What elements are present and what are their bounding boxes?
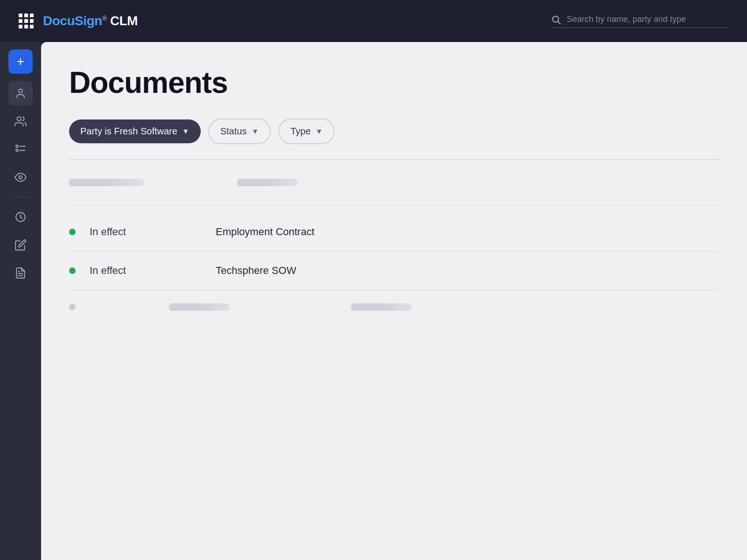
party-filter-chevron: ▼ <box>182 127 190 136</box>
type-filter[interactable]: Type ▼ <box>278 119 335 144</box>
sidebar-item-eye[interactable] <box>8 165 33 189</box>
skeleton-status-2 <box>169 303 230 311</box>
person-icon <box>15 88 26 99</box>
svg-point-3 <box>17 117 21 121</box>
clock-icon <box>14 211 27 223</box>
mid-divider <box>69 205 719 206</box>
svg-rect-4 <box>16 145 18 147</box>
eye-icon <box>14 171 27 183</box>
sidebar-item-edit[interactable] <box>8 233 33 257</box>
status-dot-2 <box>69 267 76 274</box>
status-filter-label: Status <box>220 126 247 137</box>
sidebar-item-documents[interactable] <box>8 261 33 285</box>
doc-row-2[interactable]: In effect Techsphere SOW <box>69 252 719 290</box>
skeleton-type-2 <box>351 303 412 311</box>
sidebar-item-person[interactable] <box>8 81 33 105</box>
grid-menu-icon[interactable] <box>19 14 34 28</box>
party-filter[interactable]: Party is Fresh Software ▼ <box>69 119 201 143</box>
sidebar-item-list[interactable] <box>8 137 33 161</box>
navbar: DocuSign® CLM <box>0 0 747 42</box>
brand-logo: DocuSign® CLM <box>43 14 138 28</box>
top-divider <box>69 159 719 160</box>
doc-row-1[interactable]: In effect Employment Contract <box>69 213 719 252</box>
skeleton-row-2 <box>69 290 719 324</box>
list-icon <box>14 143 27 155</box>
search-input[interactable] <box>567 14 726 24</box>
svg-line-1 <box>558 21 560 24</box>
status-filter-chevron: ▼ <box>251 127 259 136</box>
skeleton-status-1 <box>69 179 144 186</box>
sidebar: + <box>0 42 41 560</box>
skeleton-row-1 <box>69 168 719 197</box>
add-button[interactable]: + <box>8 49 33 74</box>
type-filter-chevron: ▼ <box>316 127 323 136</box>
svg-point-8 <box>19 176 22 179</box>
document-stack-icon <box>14 267 27 279</box>
edit-icon <box>14 239 27 251</box>
navbar-left: DocuSign® CLM <box>19 14 138 28</box>
svg-rect-6 <box>16 149 18 151</box>
search-area <box>551 14 728 28</box>
doc-type-1: Employment Contract <box>216 226 315 238</box>
skeleton-type-1 <box>237 179 298 186</box>
status-dot-1 <box>69 229 76 235</box>
sidebar-divider <box>11 197 30 197</box>
type-filter-label: Type <box>290 126 310 137</box>
sidebar-item-clock[interactable] <box>8 205 33 229</box>
main-content: Documents Party is Fresh Software ▼ Stat… <box>41 42 747 560</box>
brand-name: DocuSign® CLM <box>43 14 138 28</box>
doc-status-1: In effect <box>90 226 164 238</box>
page-title: Documents <box>69 65 719 100</box>
filter-bar: Party is Fresh Software ▼ Status ▼ Type … <box>69 119 719 144</box>
plus-icon: + <box>17 55 24 68</box>
main-wrapper: + <box>0 42 747 560</box>
svg-point-2 <box>19 89 22 93</box>
brand-docusign: DocuSign <box>43 14 102 28</box>
skeleton-dot <box>69 304 76 310</box>
sidebar-item-team[interactable] <box>8 109 33 133</box>
doc-status-2: In effect <box>90 265 164 277</box>
team-icon <box>14 115 27 127</box>
party-filter-label: Party is Fresh Software <box>80 126 177 137</box>
search-icon <box>551 14 561 25</box>
status-filter[interactable]: Status ▼ <box>208 119 271 144</box>
doc-type-2: Techsphere SOW <box>216 265 296 277</box>
brand-clm: CLM <box>107 14 138 28</box>
